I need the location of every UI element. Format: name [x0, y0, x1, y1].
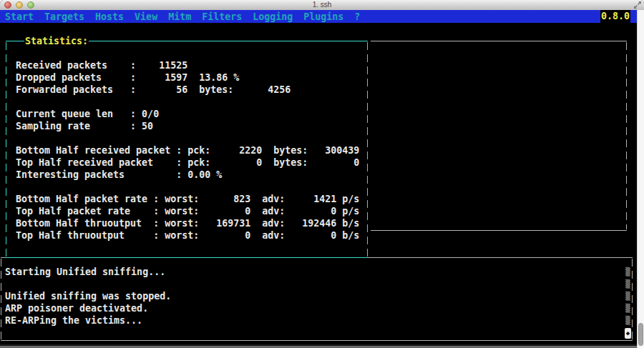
ncurses-scrollbar: ▒ ▒ ▒ ▒ ▒ ◆: [625, 267, 631, 339]
macos-scrollbar-track[interactable]: [637, 10, 644, 348]
background-window: [371, 41, 627, 231]
messages-window: Starting Unified sniffing... Unified sni…: [1, 257, 633, 341]
title-bar[interactable]: 1. ssh: [0, 0, 644, 11]
menu-item-help[interactable]: ?: [354, 11, 360, 22]
window-title: 1. ssh: [0, 1, 644, 9]
scroll-shade-block: ▒: [625, 279, 631, 291]
menu-bar: Start Targets Hosts View Mitm Filters Lo…: [0, 10, 637, 23]
window-bottom-edge: [0, 344, 637, 348]
background-window-right-border: [626, 42, 627, 229]
statistics-lines: Received packets : 11525 Dropped packets…: [16, 59, 359, 242]
macos-scrollbar-thumb[interactable]: [638, 323, 643, 346]
statistics-window-left-border: [6, 42, 6, 257]
scroll-shade-block: ▒: [625, 303, 631, 315]
terminal-window: 1. ssh Start Targets Hosts View Mitm Fil…: [0, 0, 644, 348]
scroll-shade-block: ▒: [625, 291, 631, 303]
menu-item-mitm[interactable]: Mitm: [168, 11, 191, 22]
menu-item-plugins[interactable]: Plugins: [303, 11, 343, 22]
statistics-window: Statistics: Received packets : 11525 Dro…: [6, 41, 368, 258]
version-badge: 0.8.0: [600, 10, 630, 23]
scroll-diamond-thumb: ◆: [625, 328, 631, 339]
statistics-window-right-border: [367, 42, 368, 257]
menu-item-targets[interactable]: Targets: [44, 11, 84, 22]
messages-window-left-border: [1, 259, 1, 339]
terminal-screen: Starting Unified sniffing... Unified sni…: [0, 23, 637, 344]
messages-window-right-border: [632, 259, 633, 339]
scroll-shade-block: ▒: [625, 315, 631, 327]
menu-item-view[interactable]: View: [135, 11, 157, 22]
menu-item-hosts[interactable]: Hosts: [95, 11, 124, 22]
log-lines: Starting Unified sniffing... Unified sni…: [5, 266, 171, 327]
scroll-shade-block: ▒: [625, 267, 631, 279]
menu-item-start[interactable]: Start: [5, 11, 34, 22]
fullscreen-icon[interactable]: [633, 1, 642, 9]
menu-item-logging[interactable]: Logging: [253, 11, 293, 22]
menu-item-filters[interactable]: Filters: [202, 11, 242, 22]
statistics-title: Statistics:: [24, 36, 89, 46]
